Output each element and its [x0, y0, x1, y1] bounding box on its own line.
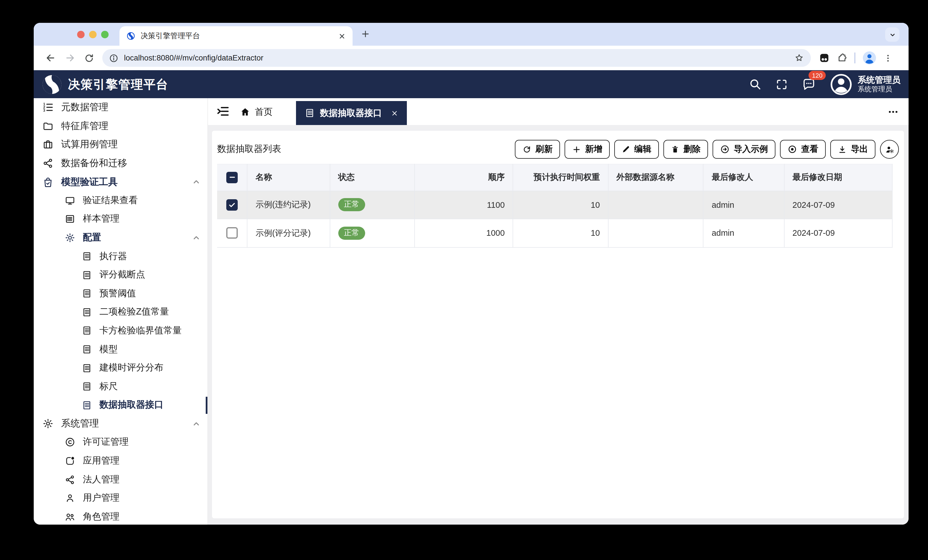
column-settings-button[interactable]: [880, 140, 899, 159]
zoom-window-button[interactable]: [101, 31, 108, 38]
reload-icon[interactable]: [79, 48, 99, 68]
receipt-icon: [82, 270, 92, 280]
receipt-icon: [305, 108, 315, 118]
sidebar-group-config[interactable]: 配置: [34, 228, 208, 247]
people-icon: [64, 511, 75, 522]
extensions-puzzle-icon[interactable]: [836, 53, 847, 63]
site-info-icon[interactable]: [109, 53, 118, 62]
sidebar-item-ruler[interactable]: 标尺: [34, 377, 208, 396]
close-tab-icon[interactable]: [338, 32, 346, 40]
message-count-badge: 120: [809, 71, 826, 80]
tab-options-icon[interactable]: [887, 106, 899, 117]
copyright-icon: [64, 437, 75, 448]
sidebar-item-chisquare-critical-constant[interactable]: 卡方检验临界值常量: [34, 321, 208, 340]
minimize-window-button[interactable]: [89, 31, 96, 38]
row-checkbox-checked[interactable]: [226, 199, 238, 211]
cell-modified-by: admin: [704, 191, 784, 219]
sidebar-item-application-management[interactable]: 应用管理: [34, 452, 208, 470]
cell-order: 1100: [415, 191, 513, 219]
screen: 决策引擎管理平台 localhost:8080/#/mv/config/data…: [0, 0, 928, 560]
sidebar-item-feature-library[interactable]: 特征库管理: [34, 117, 208, 135]
select-all-checkbox[interactable]: [226, 172, 238, 183]
sidebar-item-validation-results[interactable]: 验证结果查看: [34, 191, 208, 210]
app-square-dot-icon: [64, 455, 75, 466]
sidebar-item-score-cutoff[interactable]: 评分截断点: [34, 266, 208, 284]
plus-icon: [572, 145, 581, 154]
col-header-modified-date: 最后修改日期: [784, 164, 892, 191]
close-tab-icon[interactable]: [391, 109, 398, 117]
content-area: 首页 数据抽取器接口 数据抽取器列表 刷新: [208, 98, 908, 525]
fullscreen-icon[interactable]: [775, 78, 788, 90]
user-menu[interactable]: 系统管理员 系统管理员: [830, 73, 901, 96]
cell-weight: 10: [513, 219, 608, 247]
sidebar-item-role-management[interactable]: 角色管理: [34, 507, 208, 525]
tab-search-button[interactable]: [885, 27, 899, 42]
view-button[interactable]: 查看: [780, 140, 826, 159]
sidebar-item-executor[interactable]: 执行器: [34, 247, 208, 266]
card-header: 数据抽取器列表 刷新 新增 编辑: [217, 138, 899, 160]
export-button[interactable]: 导出: [830, 140, 875, 159]
url-bar[interactable]: localhost:8080/#/mv/config/dataExtractor: [102, 49, 811, 67]
sidebar-item-binomial-z-constant[interactable]: 二项检验Z值常量: [34, 303, 208, 321]
delete-button[interactable]: 删除: [664, 140, 708, 159]
browser-tab[interactable]: 决策引擎管理平台: [119, 26, 353, 46]
tab-data-extractor-interface[interactable]: 数据抽取器接口: [296, 101, 407, 125]
browser-menu-icon[interactable]: [883, 53, 892, 62]
sidebar-item-user-management[interactable]: 用户管理: [34, 489, 208, 507]
chevron-up-icon: [192, 420, 201, 428]
close-window-button[interactable]: [77, 31, 84, 38]
sidebar-item-license-management[interactable]: 许可证管理: [34, 433, 208, 452]
user-avatar-icon: [830, 73, 853, 96]
collapse-sidebar-icon[interactable]: [216, 105, 230, 118]
search-icon[interactable]: [749, 78, 762, 91]
sidebar-item-alert-threshold[interactable]: 预警阈值: [34, 284, 208, 303]
receipt-icon: [82, 307, 92, 317]
sidebar-item-trial-cases[interactable]: 试算用例管理: [34, 135, 208, 154]
new-tab-button[interactable]: [360, 29, 370, 39]
sidebar-item-model[interactable]: 模型: [34, 340, 208, 359]
monitor-icon: [64, 195, 75, 206]
list-card: 数据抽取器列表 刷新 新增 编辑: [212, 131, 904, 518]
bag-check-icon: [42, 176, 54, 187]
messages-button[interactable]: 120: [802, 77, 816, 91]
sidebar-item-data-extractor-interface[interactable]: 数据抽取器接口: [34, 396, 208, 414]
main-area: 123 元数据管理 特征库管理 试算用例管理 数据备份和迁移 模型验证工具: [34, 98, 908, 525]
table-row[interactable]: 示例(违约记录) 正常 1100 10 admin 2024-07-09: [217, 191, 892, 219]
col-header-datasource: 外部数据源名称: [608, 164, 704, 191]
col-header-order: 顺序: [415, 164, 513, 191]
col-header-weight: 预计执行时间权重: [513, 164, 608, 191]
sidebar-item-data-backup[interactable]: 数据备份和迁移: [34, 154, 208, 173]
sidebar: 123 元数据管理 特征库管理 试算用例管理 数据备份和迁移 模型验证工具: [34, 98, 208, 525]
url-text[interactable]: localhost:8080/#/mv/config/dataExtractor: [124, 54, 789, 62]
sidebar-item-metadata-management[interactable]: 123 元数据管理: [34, 98, 208, 117]
profile-avatar-icon[interactable]: [862, 51, 876, 65]
sidebar-item-legal-entity-management[interactable]: 法人管理: [34, 470, 208, 489]
cell-datasource: [608, 219, 704, 247]
table-row[interactable]: 示例(评分记录) 正常 1000 10 admin 2024-07-09: [217, 219, 892, 247]
numbered-list-icon: 123: [42, 102, 54, 113]
extension-badge-icon[interactable]: [819, 53, 830, 63]
folder-icon: [42, 120, 54, 132]
receipt-icon: [82, 381, 92, 392]
download-icon: [838, 145, 847, 154]
sidebar-group-system-management[interactable]: 系统管理: [34, 414, 208, 433]
gear-icon: [42, 418, 54, 429]
import-sample-button[interactable]: 导入示例: [713, 140, 775, 159]
tab-home[interactable]: 首页: [240, 103, 273, 120]
workspace-tab-bar: 首页 数据抽取器接口: [208, 98, 908, 125]
forward-icon[interactable]: [60, 48, 79, 68]
toolbar-divider: [854, 53, 855, 63]
add-button[interactable]: 新增: [565, 140, 610, 159]
back-icon[interactable]: [41, 48, 60, 68]
sidebar-item-modeling-score-distribution[interactable]: 建模时评分分布: [34, 359, 208, 377]
chevron-up-icon: [192, 233, 201, 242]
gear-icon: [64, 232, 75, 243]
refresh-button[interactable]: 刷新: [515, 140, 560, 159]
bookmark-star-icon[interactable]: [794, 53, 804, 63]
status-badge: 正常: [338, 198, 365, 212]
sidebar-item-sample-management[interactable]: 样本管理: [34, 210, 208, 228]
row-checkbox-unchecked[interactable]: [226, 227, 238, 239]
sidebar-group-model-validation-tools[interactable]: 模型验证工具: [34, 173, 208, 191]
edit-button[interactable]: 编辑: [614, 140, 659, 159]
status-badge: 正常: [338, 227, 365, 240]
